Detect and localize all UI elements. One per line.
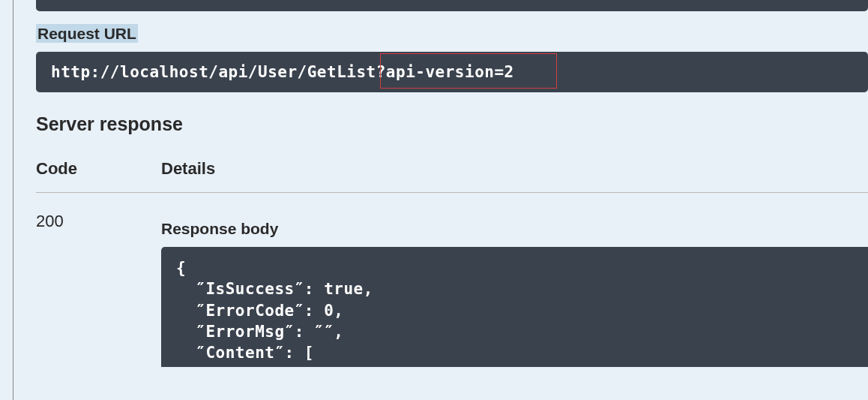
status-code-value: 200	[36, 209, 161, 367]
column-header-code: Code	[36, 159, 161, 179]
left-window-border	[0, 0, 13, 400]
server-response-heading: Server response	[36, 113, 868, 135]
request-url-heading-text: Request URL	[36, 24, 138, 43]
request-url-heading: Request URL	[36, 25, 868, 43]
response-body-code[interactable]: { ″IsSuccess″: true, ″ErrorCode″: 0, ″Er…	[161, 247, 868, 367]
response-table-header: Code Details	[36, 159, 868, 193]
response-details-area: Response body { ″IsSuccess″: true, ″Erro…	[161, 209, 868, 367]
response-row: 200 Response body { ″IsSuccess″: true, ″…	[36, 209, 868, 367]
response-panel: Request URL http://localhost/api/User/Ge…	[36, 11, 868, 367]
request-url-box[interactable]: http://localhost/api/User/GetList?api-ve…	[36, 52, 868, 92]
request-url-value: http://localhost/api/User/GetList?api-ve…	[51, 63, 514, 81]
top-panel-edge	[36, 0, 868, 11]
column-header-details: Details	[161, 159, 215, 179]
response-body-heading: Response body	[161, 220, 868, 238]
